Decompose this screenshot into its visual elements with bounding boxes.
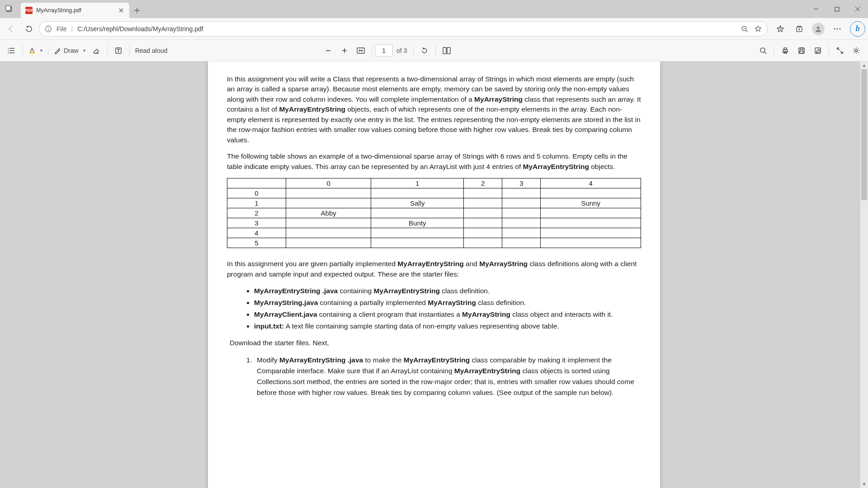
scrollbar[interactable]: ▲ ▼ (860, 61, 868, 488)
file-scheme-label: File (57, 25, 67, 33)
bing-chat-button[interactable]: b (850, 21, 865, 37)
collections-button[interactable] (791, 21, 807, 37)
maximize-button[interactable] (826, 0, 847, 18)
zoom-indicator-icon[interactable] (741, 25, 748, 33)
save-as-button[interactable] (810, 42, 826, 59)
fit-width-button[interactable] (353, 42, 369, 59)
address-bar-row: File | C:/Users/rephl/Downloads/MyArrayS… (0, 18, 868, 40)
read-aloud-label: Read aloud (135, 47, 168, 54)
list-item: MyArrayClient.java containing a client p… (254, 309, 641, 320)
tab-myarraystring[interactable]: PDF MyArrayString.pdf (21, 3, 129, 18)
svg-point-13 (8, 52, 9, 53)
paragraph-table-intro: The following table shows an example of … (227, 151, 641, 172)
table-header-row: 0 1 2 3 4 (227, 178, 641, 188)
svg-rect-1 (6, 6, 11, 11)
svg-point-10 (840, 28, 841, 29)
read-aloud-button[interactable]: Read aloud (132, 42, 170, 59)
pdf-toolbar: Draw Read aloud of 3 (0, 40, 868, 61)
site-info-icon[interactable] (45, 25, 52, 33)
address-bar[interactable]: File | C:/Users/rephl/Downloads/MyArrayS… (39, 21, 768, 37)
contents-button[interactable] (4, 42, 20, 59)
tab-title: MyArrayString.pdf (36, 7, 114, 14)
list-item: Modify MyArrayEntryString .java to make … (254, 355, 641, 398)
svg-point-9 (837, 28, 838, 29)
zoom-out-button[interactable] (320, 42, 336, 59)
svg-rect-24 (800, 51, 803, 53)
scroll-down-button[interactable]: ▼ (860, 480, 868, 488)
new-tab-button[interactable] (129, 3, 145, 18)
close-window-button[interactable] (847, 0, 868, 18)
svg-rect-23 (800, 48, 803, 50)
favorite-star-icon[interactable] (755, 25, 762, 33)
avatar-icon (812, 23, 825, 35)
zoom-in-button[interactable] (336, 42, 353, 59)
list-item: MyArrayString.java containing a partiall… (254, 297, 641, 308)
settings-button[interactable] (848, 42, 864, 59)
refresh-button[interactable] (21, 21, 37, 37)
table-row: 4 (227, 228, 641, 238)
draw-label: Draw (64, 47, 79, 54)
scroll-up-button[interactable]: ▲ (860, 61, 868, 69)
col-header: 4 (541, 178, 641, 188)
toolbar-right-cluster: b (769, 21, 865, 37)
page-view-button[interactable] (439, 42, 455, 59)
svg-point-11 (8, 48, 9, 49)
back-button[interactable] (3, 21, 19, 37)
table-row: 5 (227, 238, 641, 248)
text-button[interactable] (110, 42, 127, 59)
tab-actions-button[interactable] (0, 0, 18, 18)
pdf-page: In this assignment you will write a Clas… (208, 61, 660, 488)
svg-point-26 (855, 49, 858, 52)
address-separator: | (71, 25, 73, 33)
paragraph-download: Download the starter files. Next, (230, 338, 641, 348)
fullscreen-button[interactable] (832, 42, 848, 59)
svg-point-4 (48, 27, 48, 28)
find-button[interactable] (755, 42, 771, 59)
profile-button[interactable] (810, 21, 826, 37)
draw-button[interactable]: Draw (51, 42, 88, 59)
favorites-button[interactable] (772, 21, 788, 37)
table-row: 1SallySunny (227, 198, 641, 208)
close-tab-button[interactable] (118, 7, 125, 14)
print-button[interactable] (777, 42, 793, 59)
minimize-button[interactable] (806, 0, 826, 18)
sparse-array-table: 0 1 2 3 4 0 1SallySunny 2Abby 3Bunty 4 5 (227, 178, 641, 248)
col-header: 3 (502, 178, 541, 188)
starter-files-list: MyArrayEntryString .java containing MyAr… (254, 286, 641, 332)
window-controls (806, 0, 868, 18)
tab-strip: PDF MyArrayString.pdf (0, 0, 868, 18)
svg-rect-16 (443, 47, 446, 54)
table-row: 3Bunty (227, 218, 641, 228)
svg-point-7 (817, 26, 820, 29)
table-row: 2Abby (227, 208, 641, 218)
highlight-button[interactable] (26, 42, 45, 59)
svg-point-12 (8, 50, 9, 51)
erase-button[interactable] (88, 42, 104, 59)
save-button[interactable] (793, 42, 810, 59)
svg-point-18 (760, 48, 765, 52)
pdf-file-icon: PDF (25, 7, 33, 14)
col-header: 0 (286, 178, 371, 188)
paragraph-intro: In this assignment you will write a Clas… (227, 74, 641, 145)
page-number-input[interactable] (375, 44, 393, 57)
list-item: MyArrayEntryString .java containing MyAr… (254, 286, 641, 296)
scroll-thumb[interactable] (861, 69, 867, 200)
pdf-viewport: In this assignment you will write a Clas… (0, 61, 868, 488)
rotate-button[interactable] (416, 42, 433, 59)
col-header: 1 (371, 178, 464, 188)
svg-rect-17 (447, 47, 450, 54)
svg-rect-20 (784, 48, 787, 50)
list-item: input.txt: A text file containing sample… (254, 321, 641, 332)
svg-rect-2 (835, 7, 839, 11)
more-button[interactable] (829, 21, 845, 37)
col-header: 2 (464, 178, 502, 188)
table-row: 0 (227, 188, 641, 198)
svg-point-8 (834, 28, 835, 29)
paragraph-starter-files: In this assignment you are given partial… (227, 259, 641, 279)
address-path: C:/Users/rephl/Downloads/MyArrayString.p… (77, 25, 736, 33)
instructions-list: Modify MyArrayEntryString .java to make … (254, 355, 641, 398)
page-of-label: of 3 (396, 47, 407, 54)
